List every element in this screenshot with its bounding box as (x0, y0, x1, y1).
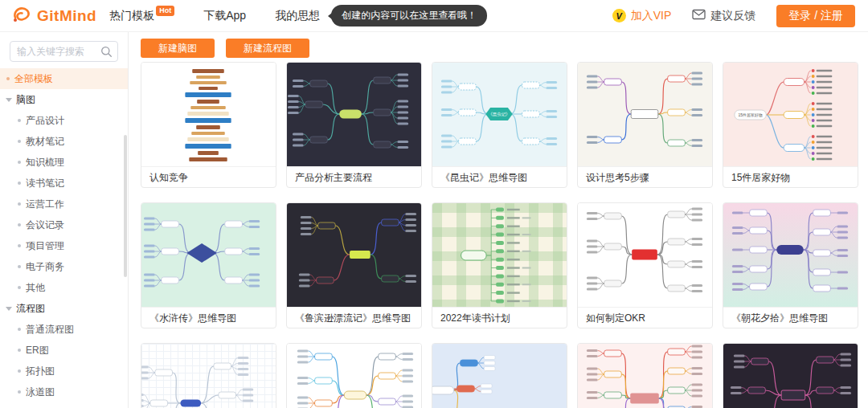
create-flowchart-button[interactable]: 新建流程图 (226, 39, 309, 58)
tooltip-text: 创建的内容可以在这里查看哦！ (342, 10, 477, 21)
sidebar-item-mindmap-5[interactable]: 会议记录 (0, 214, 128, 235)
sidebar-item-mindmap-3[interactable]: 读书笔记 (0, 173, 128, 194)
sidebar-item-mindmap-1[interactable]: 教材笔记 (0, 131, 128, 152)
sidebar-group-flowchart[interactable]: 流程图 (0, 298, 128, 319)
template-card[interactable]: 认知竞争 (141, 62, 276, 188)
create-actions: 新建脑图新建流程图 (141, 39, 868, 58)
template-grid: 认知竞争产品分析主要流程《昆虫记》《昆虫记》思维导图设计思考5步骤15件居家好物… (141, 62, 868, 408)
join-vip-button[interactable]: V 加入VIP (612, 9, 672, 23)
sidebar-item-label: ER图 (26, 344, 49, 357)
sidebar-item-mindmap-2[interactable]: 知识梳理 (0, 152, 128, 173)
sidebar-item-flowchart-0[interactable]: 普通流程图 (0, 319, 128, 340)
envelope-icon (692, 9, 706, 22)
sidebar-item-mindmap-6[interactable]: 项目管理 (0, 235, 128, 256)
creation-tooltip: 创建的内容可以在这里查看哦！ (331, 5, 487, 27)
template-card[interactable]: 《水浒传》思维导图 (141, 202, 276, 328)
sidebar-item-label: 会议记录 (26, 218, 64, 232)
template-thumbnail (141, 63, 276, 166)
sidebar-item-label: 读书笔记 (26, 177, 64, 190)
create-mindmap-button[interactable]: 新建脑图 (141, 39, 215, 58)
template-card[interactable]: 《鲁滨逊漂流记》思维导图 (286, 202, 422, 328)
template-card[interactable]: 如何制定OKR (577, 202, 713, 328)
sidebar-item-mindmap-7[interactable]: 电子商务 (0, 256, 128, 277)
template-card[interactable] (141, 343, 276, 408)
template-title: 《水浒传》思维导图 (141, 307, 276, 328)
sidebar-item-flowchart-1[interactable]: ER图 (0, 340, 128, 361)
template-title: 《昆虫记》思维导图 (432, 166, 567, 188)
search-box (10, 41, 118, 62)
bullet-icon (6, 77, 10, 80)
bullet-icon (18, 161, 21, 164)
template-thumbnail (723, 344, 858, 408)
template-title: 设计思考5步骤 (578, 166, 712, 188)
sidebar-item-all-templates[interactable]: 全部模板 (0, 68, 128, 89)
sidebar-item-flowchart-4[interactable]: UML图 (0, 402, 128, 408)
template-thumbnail (287, 63, 421, 166)
template-card[interactable]: 设计思考5步骤 (577, 62, 713, 188)
join-vip-label: 加入VIP (631, 9, 672, 23)
gitmind-app: GitMind 热门模板Hot下载App我的思想 创建的内容可以在这里查看哦！ … (0, 0, 868, 408)
template-title: 《鲁滨逊漂流记》思维导图 (287, 307, 421, 328)
sidebar-group-label: 流程图 (16, 302, 45, 316)
template-card[interactable]: 2022年读书计划 (432, 202, 567, 328)
nav-item-my-ideas[interactable]: 我的思想 (275, 9, 320, 23)
template-card[interactable] (432, 343, 567, 408)
page-body: 全部模板脑图产品设计教材笔记知识梳理读书笔记运营工作会议记录项目管理电子商务其他… (0, 32, 868, 408)
sidebar-item-mindmap-0[interactable]: 产品设计 (0, 110, 128, 131)
nav-item-download-app[interactable]: 下载App (203, 9, 246, 23)
sidebar-item-label: 知识梳理 (26, 156, 64, 169)
header: GitMind 热门模板Hot下载App我的思想 创建的内容可以在这里查看哦！ … (0, 0, 868, 32)
template-title: 如何制定OKR (578, 307, 712, 328)
template-gallery: 新建脑图新建流程图 认知竞争产品分析主要流程《昆虫记》《昆虫记》思维导图设计思考… (129, 32, 868, 408)
template-thumbnail (432, 344, 567, 408)
sidebar: 全部模板脑图产品设计教材笔记知识梳理读书笔记运营工作会议记录项目管理电子商务其他… (0, 32, 129, 408)
bullet-icon (18, 140, 21, 143)
template-card[interactable] (577, 343, 713, 408)
chevron-down-icon (6, 98, 12, 102)
sidebar-item-mindmap-8[interactable]: 其他 (0, 277, 128, 298)
sidebar-item-label: 产品设计 (26, 114, 64, 128)
sidebar-item-label: 全部模板 (14, 72, 53, 86)
svg-text:15件居家好物: 15件居家好物 (739, 112, 763, 118)
sidebar-item-label: 教材笔记 (26, 135, 64, 149)
template-card[interactable]: 产品分析主要流程 (286, 62, 422, 188)
sidebar-group-mindmap[interactable]: 脑图 (0, 89, 128, 110)
sidebar-item-mindmap-4[interactable]: 运营工作 (0, 194, 128, 214)
template-title: 认知竞争 (141, 166, 276, 188)
sidebar-group-label: 脑图 (16, 93, 35, 107)
sidebar-item-flowchart-2[interactable]: 拓扑图 (0, 361, 128, 381)
sidebar-item-flowchart-3[interactable]: 泳道图 (0, 381, 128, 402)
search-icon[interactable] (100, 46, 113, 58)
template-card[interactable]: 《朝花夕拾》思维导图 (723, 202, 858, 328)
template-thumbnail: 15件居家好物 (723, 63, 858, 166)
template-card[interactable] (286, 343, 422, 408)
template-thumbnail (287, 203, 421, 307)
template-card[interactable]: 《昆虫记》《昆虫记》思维导图 (432, 62, 567, 188)
bullet-icon (18, 244, 21, 247)
template-thumbnail (578, 63, 712, 166)
bullet-icon (18, 349, 21, 352)
sidebar-item-label: 电子商务 (26, 260, 64, 274)
bullet-icon (18, 119, 21, 122)
feedback-button[interactable]: 建议反馈 (692, 9, 755, 23)
sidebar-item-label: 普通流程图 (26, 323, 74, 337)
template-card[interactable] (723, 343, 858, 408)
template-thumbnail (141, 203, 276, 307)
template-thumbnail (141, 344, 276, 408)
bullet-icon (18, 390, 21, 394)
sidebar-item-label: 项目管理 (26, 239, 64, 253)
template-title: 15件居家好物 (723, 166, 858, 188)
sidebar-scrollbar-thumb[interactable] (124, 135, 127, 277)
nav-item-hot-templates[interactable]: 热门模板Hot (109, 9, 174, 23)
bullet-icon (18, 182, 21, 185)
logo[interactable]: GitMind (11, 4, 96, 28)
template-card[interactable]: 15件居家好物15件居家好物 (723, 62, 858, 188)
brand-name: GitMind (37, 7, 96, 25)
main-nav: 热门模板Hot下载App我的思想 (109, 9, 320, 23)
template-thumbnail (723, 203, 858, 307)
bullet-icon (18, 202, 21, 206)
login-register-button[interactable]: 登录 / 注册 (776, 5, 855, 27)
bullet-icon (18, 286, 21, 289)
bullet-icon (18, 369, 21, 373)
nav-item-label: 我的思想 (275, 9, 320, 23)
